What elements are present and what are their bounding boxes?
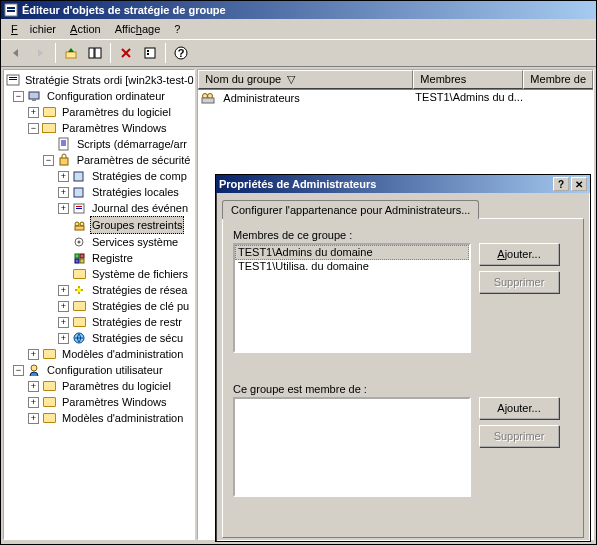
security-icon xyxy=(56,153,72,167)
expand-toggle[interactable]: + xyxy=(28,107,39,118)
expand-toggle[interactable]: + xyxy=(28,397,39,408)
tree-item[interactable]: Scripts (démarrage/arr xyxy=(75,136,189,152)
expand-toggle[interactable]: + xyxy=(58,317,69,328)
svg-rect-16 xyxy=(59,138,68,150)
expand-toggle[interactable]: − xyxy=(13,91,24,102)
properties-button[interactable] xyxy=(139,42,161,64)
expand-toggle[interactable]: + xyxy=(58,187,69,198)
svg-rect-1 xyxy=(7,7,15,9)
tree-item[interactable]: Stratégies de comp xyxy=(90,168,189,184)
svg-rect-22 xyxy=(76,208,82,209)
list-item[interactable]: TEST1\Admins du domaine xyxy=(235,245,469,260)
remove-member-button[interactable]: Supprimer xyxy=(479,271,559,293)
svg-rect-14 xyxy=(29,92,39,99)
forward-button xyxy=(29,42,51,64)
column-header-name[interactable]: Nom du groupe ▽ xyxy=(198,70,413,89)
expand-toggle[interactable]: − xyxy=(13,365,24,376)
dialog-tab[interactable]: Configurer l'appartenance pour Administr… xyxy=(222,200,479,219)
svg-rect-19 xyxy=(74,188,83,197)
menu-view[interactable]: Affichage xyxy=(109,21,167,37)
tree-item[interactable]: Services système xyxy=(90,234,180,250)
tree-item[interactable]: Modèles d'administration xyxy=(60,410,185,426)
group-icon xyxy=(200,91,216,105)
expand-toggle[interactable]: + xyxy=(58,285,69,296)
tree-item[interactable]: Stratégies de sécu xyxy=(90,330,185,346)
folder-icon xyxy=(71,315,87,329)
svg-rect-5 xyxy=(95,48,101,58)
menu-action[interactable]: Action xyxy=(64,21,107,37)
expand-toggle[interactable]: − xyxy=(43,155,54,166)
dialog-help-button[interactable]: ? xyxy=(553,177,569,191)
registry-icon xyxy=(71,251,87,265)
expand-toggle[interactable]: − xyxy=(28,123,39,134)
expand-toggle[interactable]: + xyxy=(28,381,39,392)
column-header-members[interactable]: Membres xyxy=(413,70,523,89)
dialog-close-button[interactable]: ✕ xyxy=(571,177,587,191)
folder-icon xyxy=(41,105,57,119)
members-listbox[interactable]: TEST1\Admins du domaine TEST1\Utilisa. d… xyxy=(233,243,471,353)
svg-rect-13 xyxy=(9,79,17,80)
show-button[interactable] xyxy=(84,42,106,64)
menu-file[interactable]: Fichier xyxy=(5,21,62,37)
tree-item[interactable]: Stratégies de clé pu xyxy=(90,298,191,314)
expand-toggle[interactable]: + xyxy=(58,203,69,214)
tree-item[interactable]: Stratégies locales xyxy=(90,184,181,200)
tree-item[interactable]: Paramètres du logiciel xyxy=(60,104,173,120)
app-icon xyxy=(3,2,19,18)
tree-pane[interactable]: Stratégie Strats ordi [win2k3-test-0 −Co… xyxy=(3,69,195,540)
help-button[interactable]: ? xyxy=(170,42,192,64)
svg-point-32 xyxy=(77,288,81,292)
folder-icon xyxy=(41,347,57,361)
tree-item[interactable]: Paramètres Windows xyxy=(60,394,169,410)
tree-item-selected[interactable]: Groupes restreints xyxy=(90,216,184,234)
tree-item[interactable]: Configuration utilisateur xyxy=(45,362,165,378)
tree-item[interactable]: Paramètres Windows xyxy=(60,120,169,136)
column-header-memberof[interactable]: Membre de xyxy=(523,70,593,89)
tree-item[interactable]: Paramètres du logiciel xyxy=(60,378,173,394)
add-memberof-button[interactable]: Ajouter... xyxy=(479,397,559,419)
up-button[interactable] xyxy=(60,42,82,64)
tree-item[interactable]: Modèles d'administration xyxy=(60,346,185,362)
expand-toggle[interactable]: + xyxy=(28,413,39,424)
tree-item[interactable]: Stratégies de restr xyxy=(90,314,184,330)
dialog-title: Propriétés de Administrateurs xyxy=(219,178,551,190)
policy-icon xyxy=(6,73,20,87)
list-item[interactable]: TEST1\Utilisa. du domaine xyxy=(235,260,469,273)
policy-item-icon xyxy=(71,185,87,199)
svg-rect-29 xyxy=(80,254,84,258)
members-label: Membres de ce groupe : xyxy=(233,229,573,241)
restricted-groups-icon xyxy=(71,218,87,232)
expand-toggle[interactable]: + xyxy=(58,171,69,182)
add-member-button[interactable]: Ajouter... xyxy=(479,243,559,265)
tree-item[interactable]: Configuration ordinateur xyxy=(45,88,167,104)
toolbar: ? xyxy=(1,39,596,67)
folder-open-icon xyxy=(41,121,57,135)
tree-item[interactable]: Registre xyxy=(90,250,135,266)
list-row[interactable]: Administrateurs TEST1\Admins du d... xyxy=(198,90,593,106)
expand-toggle[interactable]: + xyxy=(28,349,39,360)
menubar: Fichier Action Affichage ? xyxy=(1,19,596,39)
svg-rect-6 xyxy=(145,48,155,58)
back-button[interactable] xyxy=(5,42,27,64)
svg-rect-28 xyxy=(75,254,79,258)
svg-rect-4 xyxy=(89,48,94,58)
tree-root[interactable]: Stratégie Strats ordi [win2k3-test-0 xyxy=(23,72,195,88)
dialog-titlebar[interactable]: Propriétés de Administrateurs ? ✕ xyxy=(216,175,590,193)
tree-item[interactable]: Paramètres de sécurité xyxy=(75,152,193,168)
window-title: Éditeur d'objets de stratégie de groupe xyxy=(22,4,594,16)
list-header: Nom du groupe ▽ Membres Membre de xyxy=(198,70,593,90)
delete-button[interactable] xyxy=(115,42,137,64)
tree-item[interactable]: Journal des événen xyxy=(90,200,190,216)
remove-memberof-button[interactable]: Supprimer xyxy=(479,425,559,447)
tree-item[interactable]: Stratégies de résea xyxy=(90,282,189,298)
user-config-icon xyxy=(26,363,42,377)
expand-toggle[interactable]: + xyxy=(58,301,69,312)
svg-point-34 xyxy=(31,365,37,371)
menu-help[interactable]: ? xyxy=(168,21,186,37)
svg-rect-7 xyxy=(147,50,149,52)
memberof-listbox[interactable] xyxy=(233,397,471,497)
folder-icon xyxy=(41,395,57,409)
tree-item[interactable]: Système de fichiers xyxy=(90,266,190,282)
svg-rect-37 xyxy=(202,98,214,103)
expand-toggle[interactable]: + xyxy=(58,333,69,344)
